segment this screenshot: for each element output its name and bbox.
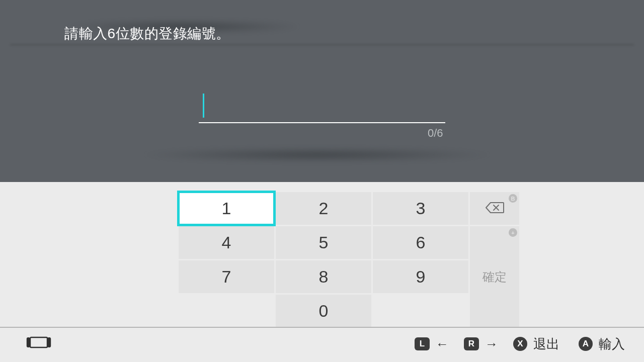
confirm-button[interactable]: 確定 + <box>470 226 519 327</box>
key-8[interactable]: 8 <box>276 260 371 293</box>
key-7[interactable]: 7 <box>179 260 274 293</box>
footer-divider <box>0 327 644 328</box>
a-button-icon: A <box>579 337 593 351</box>
backspace-button[interactable]: B <box>470 192 519 225</box>
b-hint-badge: B <box>509 194 517 203</box>
r-shoulder-icon: R <box>464 337 479 350</box>
keypad-side-column: B 確定 + <box>470 192 519 327</box>
key-3[interactable]: 3 <box>373 192 468 225</box>
controller-icon <box>26 336 51 351</box>
footer-hints: L ← R → X 退出 A 輸入 <box>415 333 625 355</box>
numeric-keypad: 1 2 3 4 5 6 7 8 9 0 <box>179 192 468 327</box>
backspace-icon <box>485 202 504 216</box>
key-9[interactable]: 9 <box>373 260 468 293</box>
blurred-text-2 <box>96 148 538 162</box>
key-4[interactable]: 4 <box>179 226 274 259</box>
key-1[interactable]: 1 <box>179 192 274 225</box>
exit-label: 退出 <box>533 335 559 353</box>
svg-rect-2 <box>47 337 51 347</box>
right-arrow-icon: → <box>485 336 498 352</box>
enter-label: 輸入 <box>599 335 625 353</box>
key-5[interactable]: 5 <box>276 226 371 259</box>
dimmed-background: 請輸入6位數的登錄編號。 0/6 <box>0 0 644 182</box>
key-0[interactable]: 0 <box>276 295 371 327</box>
input-caret <box>203 94 204 118</box>
svg-rect-1 <box>27 337 30 347</box>
input-underline[interactable] <box>199 122 445 123</box>
key-6[interactable]: 6 <box>373 226 468 259</box>
l-shoulder-icon: L <box>415 337 430 350</box>
left-arrow-icon: ← <box>436 336 449 352</box>
prompt-text: 請輸入6位數的登錄編號。 <box>64 24 230 43</box>
svg-rect-0 <box>30 337 47 347</box>
key-2[interactable]: 2 <box>276 192 371 225</box>
plus-hint-badge: + <box>509 228 517 237</box>
x-button-icon: X <box>513 337 527 351</box>
char-counter: 0/6 <box>428 127 443 140</box>
confirm-label: 確定 <box>482 269 507 285</box>
blurred-divider <box>10 44 634 45</box>
